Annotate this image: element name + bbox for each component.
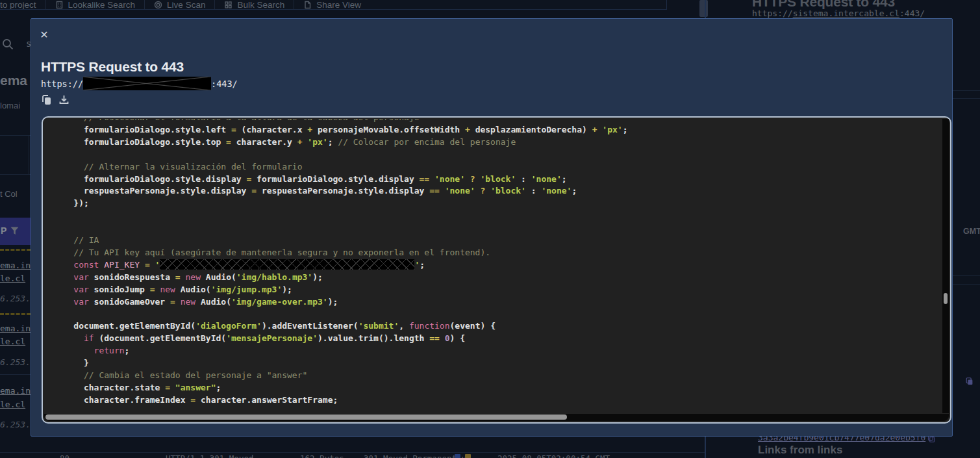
toolbar-button-live-scan[interactable]: Live Scan [145,0,214,10]
url-port: :443/ [211,79,238,89]
code-token [150,260,155,270]
divider [0,135,31,136]
code-token: document.getElementById( [53,321,195,331]
code-line: // IA [53,235,942,247]
code-token [440,186,445,196]
code-token: = [251,186,257,196]
code-token: , [399,321,409,331]
code-line: // Alternar la visualización del formula… [53,161,942,173]
code-token: return [53,346,125,355]
code-token: = [175,272,181,282]
hostname-link-fragment[interactable]: le.cl [0,274,25,283]
code-token: respuestaPersonaje.style.display [53,186,251,196]
code-line: // Posicionar el formulario a la altura … [53,119,942,124]
code-token: character.frameIndex [53,395,190,405]
modal-actions [41,94,69,105]
code-line: if (document.getElementById('mensajePers… [53,333,942,345]
code-token: + [307,125,312,134]
port-cell: 80 [60,453,69,458]
vertical-scrollbar-thumb[interactable] [944,293,948,304]
ip-address-fragment: 6.253. [0,420,31,429]
code-token: personajeMovable.offsetWidth [312,125,465,134]
code-token: ; [562,174,567,184]
code-token [181,272,186,282]
code-token: ) { [450,333,465,343]
code-token: = [190,395,195,405]
code-viewer[interactable]: // Posicionar el formulario a la altura … [42,116,951,424]
status-cell: 301 Moved Permanently [364,453,466,458]
code-token: ; [420,260,425,270]
copy-icon[interactable] [965,377,974,386]
code-line: const API_KEY = ''; [53,259,942,272]
code-line [53,222,942,235]
code-token [465,174,470,184]
toolbar-button-bulk-search[interactable]: Bulk Search [215,0,294,10]
code-scroll-area[interactable]: // Posicionar el formulario a la altura … [44,119,942,413]
code-token: ; [216,383,221,392]
redacted-host-box [83,77,211,90]
toolbar-button-to-project[interactable]: to project [0,0,45,10]
code-token: Audio( [195,297,231,307]
hostname-link-fragment[interactable]: le.cl [0,400,25,409]
code-token: sonidoJump [89,285,150,294]
code-content: // Posicionar el formulario a la altura … [44,119,942,407]
code-token: (character.x [236,125,308,134]
close-icon[interactable]: ✕ [37,28,51,42]
code-token: ); [328,297,338,307]
hostname-link-fragment[interactable]: ema.in [0,261,31,270]
code-token: 'none' [541,186,572,196]
hostname-link-fragment[interactable]: ema.in [0,324,31,333]
code-token: new [186,272,201,282]
horizontal-scrollbar-track[interactable] [44,414,949,421]
host-link[interactable]: sistema.intercable.cl [793,8,899,18]
toolbar-button-label: Bulk Search [237,0,284,10]
code-token: 0 [445,333,450,343]
code-token: sonidoRespuesta [89,272,175,282]
modal-url: https://:443/ [41,77,238,90]
domains-label-fragment: lomai [0,101,20,110]
code-line: var sonidoJump = new Audio('img/jump.mp3… [53,284,942,296]
hostname-link-fragment[interactable]: ema.in [0,386,31,396]
app-screen: to projectLookalike SearchLive ScanBulk … [0,0,980,458]
code-token: ? [470,174,475,184]
code-token: 'block' [480,174,516,184]
code-token: : [526,186,541,196]
column-header-fragment: t Col [0,189,18,199]
code-token: + [465,125,470,134]
code-token: API_KEY [104,260,140,270]
code-line: character.frameIndex = character.answerS… [53,394,942,407]
toolbar-button-share-view[interactable]: Share View [294,0,370,10]
code-token: (event) { [450,321,496,331]
ip-column-header[interactable]: P [0,218,31,245]
code-token: ); [282,285,292,294]
toolbar-button-lookalike-search[interactable]: Lookalike Search [46,0,145,10]
modal-title: HTTPS Request to 443 [41,59,184,75]
code-token: = [150,285,155,294]
url-scheme: https:// [41,79,83,89]
hostname-link-fragment[interactable]: le.cl [0,337,25,346]
code-token: + [297,137,303,147]
filter-funnel-icon[interactable] [10,227,19,235]
code-token: = [145,260,150,270]
code-line: }); [53,197,942,210]
code-token: == [429,333,440,343]
page-heading-fragment: ema [0,73,27,88]
code-line: } [53,357,942,370]
code-token: // Posicionar el formulario a la altura … [53,119,420,122]
code-token: 'img/hablo.mp3' [236,272,312,282]
table-column-divider [29,135,29,174]
download-button[interactable] [58,94,69,105]
code-line: formularioDialogo.style.top = character.… [53,136,942,149]
page-scrollbar-thumb[interactable] [699,0,708,17]
vertical-scrollbar-track[interactable] [942,119,949,413]
code-token: ; [125,346,130,355]
search-icon[interactable] [1,38,14,51]
code-line: // Tu API key aquí (asegúrate de mantene… [53,247,942,259]
code-token: formularioDialogo.style.top [53,137,226,147]
timestamp-cell: 2025-08-05T02:00:54 GMT [497,453,610,458]
code-line: var sonidoRespuesta = new Audio('img/hab… [53,272,942,284]
copy-button[interactable] [41,94,52,105]
code-token: formularioDialogo.style.left [53,125,231,134]
code-line [53,309,942,321]
horizontal-scrollbar-thumb[interactable] [45,414,567,420]
